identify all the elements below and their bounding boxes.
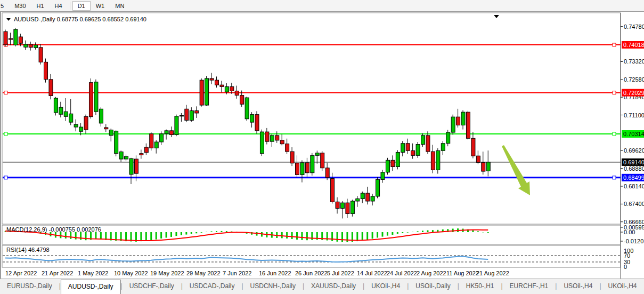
rsi-label: RSI(14) 46.4798 <box>6 247 50 253</box>
svg-text:0.72029: 0.72029 <box>623 90 644 96</box>
svg-text:0.68140: 0.68140 <box>624 183 644 189</box>
symbol-tab-USDCAD-Daily[interactable]: USDCAD-,Daily <box>183 279 242 294</box>
svg-text:11 Aug 2022: 11 Aug 2022 <box>446 270 479 276</box>
symbol-tab-UKOil-H4[interactable]: UKOil-,H4 <box>364 279 407 294</box>
svg-text:14 Jul 2022: 14 Jul 2022 <box>357 270 387 276</box>
timeframe-button-H4[interactable]: H4 <box>50 1 68 11</box>
svg-text:0.69620: 0.69620 <box>624 147 644 154</box>
date-axis: 12 Apr 202221 Apr 20221 May 202210 May 2… <box>5 270 509 276</box>
svg-text:1 May 2022: 1 May 2022 <box>78 270 108 276</box>
svg-text:0.67400: 0.67400 <box>624 201 644 207</box>
svg-text:10 May 2022: 10 May 2022 <box>114 270 148 276</box>
svg-text:12 Apr 2022: 12 Apr 2022 <box>5 270 37 276</box>
line-anchor[interactable] <box>613 132 616 136</box>
timeframe-toolbar: 5M30H1H4D1W1MN <box>0 0 644 12</box>
symbol-tab-UKOil-H4[interactable]: UKOil-,H4 <box>601 279 644 294</box>
svg-text:0.74780: 0.74780 <box>624 23 644 30</box>
svg-text:0.68499: 0.68499 <box>623 174 644 181</box>
line-anchor[interactable] <box>4 176 7 179</box>
symbol-tab-USDCNH-Daily[interactable]: USDCNH-,Daily <box>243 279 303 294</box>
svg-text:-0.012015: -0.012015 <box>624 238 644 244</box>
svg-text:0.72580: 0.72580 <box>624 76 644 83</box>
svg-text:19 May 2022: 19 May 2022 <box>150 270 184 276</box>
svg-text:0.70314: 0.70314 <box>623 131 644 137</box>
line-anchor[interactable] <box>613 176 616 179</box>
symbol-tab-USDCHF-Daily[interactable]: USDCHF-,Daily <box>123 279 181 294</box>
price-axis: 0.747800.733200.725800.718400.711000.696… <box>621 23 644 225</box>
svg-text:2 Aug 2022: 2 Aug 2022 <box>417 270 446 276</box>
macd-label: MACD(12,26,9) -0.000755 0.002076 <box>6 226 101 233</box>
svg-text:AUDUSD-,Daily 0.68775 0.69625: AUDUSD-,Daily 0.68775 0.69625 0.68552 0.… <box>14 16 146 22</box>
symbol-tab-EURCHF-H1[interactable]: EURCHF-,H1 <box>503 279 556 294</box>
symbol-tab-HK50-H1[interactable]: HK50-,H1 <box>459 279 501 294</box>
timeframe-button-W1[interactable]: W1 <box>91 1 110 11</box>
timeframe-button-D1[interactable]: D1 <box>72 1 91 11</box>
svg-text:29 May 2022: 29 May 2022 <box>186 270 221 276</box>
symbol-tab-USOil-Daily[interactable]: USOil-,Daily <box>409 279 457 294</box>
symbol-tab-AUDUSD-Daily[interactable]: AUDUSD-,Daily <box>61 280 121 294</box>
svg-text:24 Jul 2022: 24 Jul 2022 <box>387 270 417 276</box>
svg-text:16 Jun 2022: 16 Jun 2022 <box>259 270 291 276</box>
symbol-tab-USOil-H4[interactable]: USOil-,H4 <box>557 279 599 294</box>
timeframe-button-MN[interactable]: MN <box>110 1 129 11</box>
svg-text:0: 0 <box>624 264 627 270</box>
symbol-tab-XAUUSD-Daily[interactable]: XAUUSD-,Daily <box>304 279 363 294</box>
symbol-tab-EURUSD-Daily[interactable]: EURUSD-,Daily <box>0 279 59 294</box>
chart-title: AUDUSD-,Daily 0.68775 0.69625 0.68552 0.… <box>6 16 146 22</box>
symbol-tabbar: EURUSD-,Daily|AUDUSD-,Daily|USDCHF-,Dail… <box>0 279 644 294</box>
svg-text:70: 70 <box>624 252 630 259</box>
timeframe-button-5[interactable]: 5 <box>0 1 9 11</box>
line-anchor[interactable] <box>4 91 7 94</box>
chart-window[interactable]: AUDUSD-,Daily 0.68775 0.69625 0.68552 0.… <box>0 11 644 279</box>
line-anchor[interactable] <box>613 43 616 46</box>
svg-text:0.73320: 0.73320 <box>624 58 644 65</box>
svg-text:0.00: 0.00 <box>624 229 635 235</box>
svg-text:0.69140: 0.69140 <box>623 159 644 165</box>
svg-text:26 Jun 2022: 26 Jun 2022 <box>295 270 328 276</box>
svg-text:0.74018: 0.74018 <box>623 42 644 48</box>
timeframe-button-H1[interactable]: H1 <box>31 1 50 11</box>
svg-text:0.71100: 0.71100 <box>624 112 644 118</box>
svg-text:7 Jun 2022: 7 Jun 2022 <box>223 270 251 276</box>
timeframe-button-M30[interactable]: M30 <box>9 1 31 11</box>
svg-text:5 Jul 2022: 5 Jul 2022 <box>327 270 354 276</box>
line-anchor[interactable] <box>613 91 616 94</box>
svg-text:21 Aug 2022: 21 Aug 2022 <box>476 270 509 276</box>
svg-text:0.68880: 0.68880 <box>624 165 644 172</box>
price-chart[interactable]: AUDUSD-,Daily 0.68775 0.69625 0.68552 0.… <box>1 12 644 279</box>
toolbar-separator <box>70 2 70 10</box>
svg-text:21 Apr 2022: 21 Apr 2022 <box>42 270 73 276</box>
line-anchor[interactable] <box>4 132 7 136</box>
